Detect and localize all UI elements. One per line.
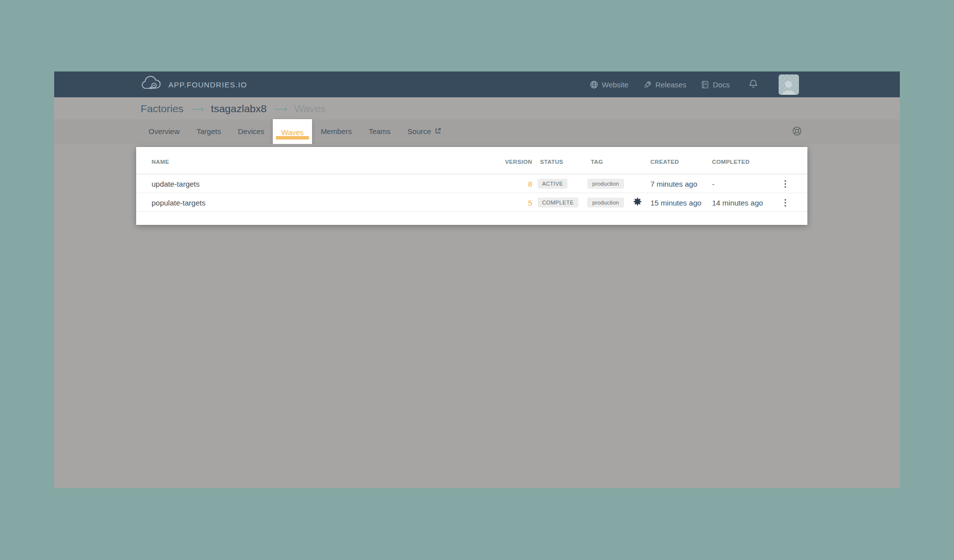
status-badge: ACTIVE — [538, 179, 567, 189]
app-header: APP.FOUNDRIES.IO Website — [54, 71, 900, 97]
wave-created: 7 minutes ago — [650, 179, 697, 188]
wave-completed: - — [712, 179, 715, 188]
breadcrumb: Factories ⟶ tsagazlabx8 ⟶ Waves — [54, 97, 900, 120]
nav-website-label: Website — [602, 80, 629, 89]
nav-docs-label: Docs — [713, 80, 729, 89]
breadcrumb-arrow-icon: ⟶ — [190, 103, 204, 115]
app-window: APP.FOUNDRIES.IO Website — [54, 71, 900, 488]
tag-chip: production — [587, 198, 624, 208]
external-link-icon — [435, 127, 441, 136]
rocket-icon — [643, 80, 652, 89]
tab-members[interactable]: Members — [312, 119, 360, 145]
brand[interactable]: APP.FOUNDRIES.IO — [141, 71, 247, 97]
breadcrumb-factory-name[interactable]: tsagazlabx8 — [211, 103, 267, 115]
table-row: update-targets 8 ACTIVE production 7 min… — [136, 174, 807, 193]
nav-docs[interactable]: Docs — [701, 80, 729, 89]
tab-devices-label: Devices — [238, 127, 264, 136]
breadcrumb-factories[interactable]: Factories — [141, 103, 183, 115]
brand-name: APP.FOUNDRIES.IO — [168, 80, 247, 89]
tab-targets[interactable]: Targets — [188, 119, 230, 145]
tab-overview-label: Overview — [149, 127, 180, 136]
waves-table-panel: NAME VERSION STATUS TAG CREATED COMPLETE… — [136, 147, 807, 225]
wave-version: 8 — [497, 179, 532, 188]
tab-waves-label: Waves — [281, 128, 304, 137]
status-badge: COMPLETE — [538, 198, 578, 208]
tab-members-label: Members — [320, 127, 352, 136]
wave-name[interactable]: update-targets — [152, 179, 200, 188]
tab-devices[interactable]: Devices — [230, 119, 273, 145]
wave-version: 5 — [497, 198, 532, 207]
tab-teams[interactable]: Teams — [360, 119, 399, 145]
tab-targets-label: Targets — [197, 127, 221, 136]
foundries-cloud-logo-icon — [141, 76, 162, 93]
row-actions-kebab-icon[interactable] — [782, 198, 789, 207]
tab-waves[interactable]: Waves — [273, 119, 312, 147]
wave-created: 15 minutes ago — [650, 198, 702, 207]
tag-chip: production — [587, 179, 624, 189]
rollout-gear-icon — [633, 197, 642, 208]
tab-active-indicator — [276, 136, 309, 140]
tab-source-label: Source — [407, 127, 431, 136]
user-avatar[interactable] — [779, 74, 799, 95]
notifications-bell-icon[interactable] — [749, 79, 758, 90]
tab-bar: Overview Targets Devices Waves Members T… — [54, 121, 900, 144]
column-header-status: STATUS — [540, 159, 563, 165]
table-row: populate-targets 5 COMPLETE production — [136, 193, 807, 212]
table-header-row: NAME VERSION STATUS TAG CREATED COMPLETE… — [136, 147, 807, 174]
nav-releases[interactable]: Releases — [643, 80, 687, 89]
help-lifering-icon[interactable] — [792, 126, 802, 139]
tab-teams-label: Teams — [369, 127, 391, 136]
breadcrumb-arrow-icon: ⟶ — [274, 103, 287, 115]
header-nav: Website Releases — [590, 71, 799, 97]
column-header-completed: COMPLETED — [712, 159, 750, 165]
column-header-tag: TAG — [591, 159, 603, 165]
row-actions-kebab-icon[interactable] — [782, 179, 789, 188]
tab-source[interactable]: Source — [399, 119, 450, 145]
column-header-name: NAME — [152, 159, 169, 165]
wave-name[interactable]: populate-targets — [152, 198, 205, 207]
tab-overview[interactable]: Overview — [140, 119, 188, 145]
docs-icon — [701, 80, 709, 89]
column-header-created: CREATED — [650, 159, 679, 165]
globe-icon — [590, 80, 598, 89]
nav-website[interactable]: Website — [590, 80, 629, 89]
nav-releases-label: Releases — [655, 80, 687, 89]
breadcrumb-current-page: Waves — [294, 103, 325, 115]
main-content: NAME VERSION STATUS TAG CREATED COMPLETE… — [54, 144, 900, 488]
column-header-version: VERSION — [497, 159, 532, 165]
wave-completed: 14 minutes ago — [712, 198, 763, 207]
